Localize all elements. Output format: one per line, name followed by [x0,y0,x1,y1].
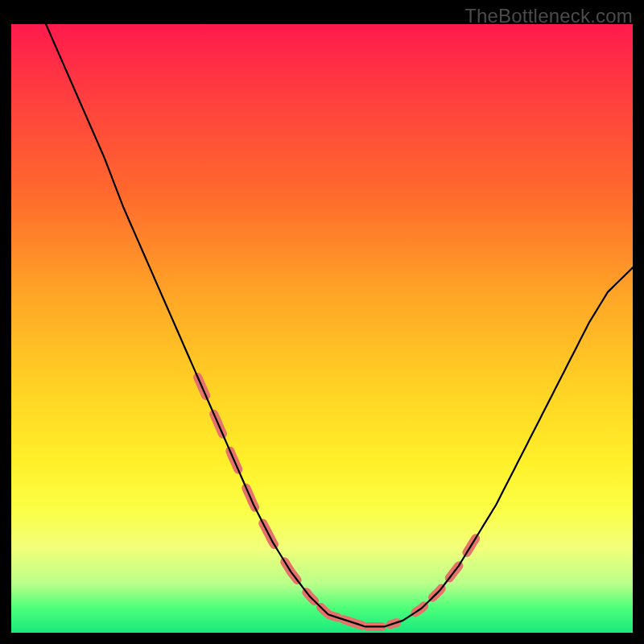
highlight-group [198,377,476,626]
curve-svg [11,24,633,633]
bottleneck-curve [11,0,633,626]
plot-area [11,24,633,633]
chart-frame: TheBottleneck.com [0,0,644,644]
